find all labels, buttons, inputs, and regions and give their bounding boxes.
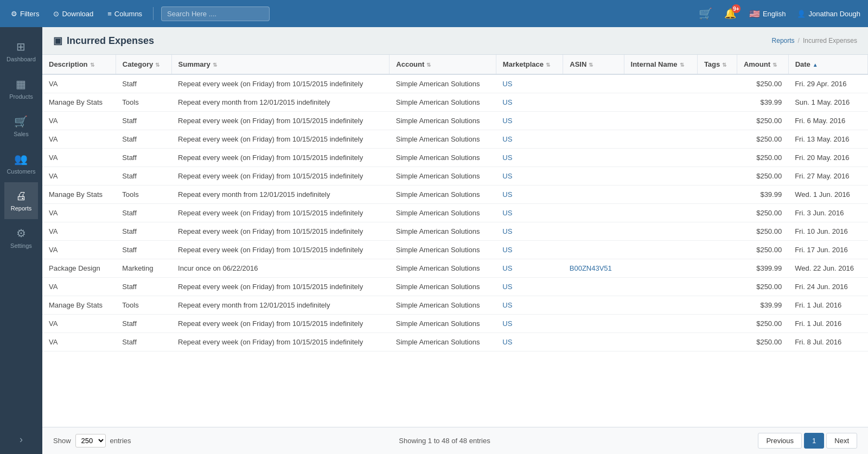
entries-select[interactable]: 102550100250 xyxy=(75,434,106,447)
cell-asin[interactable] xyxy=(563,278,624,296)
cell-marketplace[interactable]: US xyxy=(496,130,563,149)
table-container[interactable]: Description⇅Category⇅Summary⇅Account⇅Mar… xyxy=(42,55,868,427)
columns-button[interactable]: ≡ Columns xyxy=(104,8,145,20)
cell-asin[interactable] xyxy=(563,241,624,259)
breadcrumb-reports-link[interactable]: Reports xyxy=(772,37,795,44)
search-input[interactable] xyxy=(161,7,270,21)
cell-asin[interactable] xyxy=(563,222,624,241)
filters-button[interactable]: ⚙ Filters xyxy=(8,8,42,20)
sidebar-item-products[interactable]: ▦Products xyxy=(4,70,38,107)
cell-asin[interactable] xyxy=(563,333,624,351)
cell-marketplace[interactable]: US xyxy=(496,186,563,204)
page-title: ▣ Incurred Expenses xyxy=(53,35,154,47)
sidebar-item-customers[interactable]: 👥Customers xyxy=(4,145,38,182)
cell-internal_name xyxy=(624,333,697,351)
cell-marketplace[interactable]: US xyxy=(496,278,563,296)
columns-icon: ≡ xyxy=(107,10,112,18)
table-row: VAStaffRepeat every week (on Friday) fro… xyxy=(42,149,868,167)
user-button[interactable]: 👤 Jonathan Dough xyxy=(797,10,860,18)
cell-tags xyxy=(697,112,737,130)
col-date[interactable]: Date▲ xyxy=(788,55,867,74)
sidebar-item-reports[interactable]: 🖨Reports xyxy=(4,182,38,219)
cell-marketplace[interactable]: US xyxy=(496,259,563,278)
cell-internal_name xyxy=(624,74,697,93)
cell-amount: $39.99 xyxy=(737,93,788,112)
cell-summary: Repeat every week (on Friday) from 10/15… xyxy=(171,74,390,93)
cell-marketplace[interactable]: US xyxy=(496,112,563,130)
cell-asin[interactable] xyxy=(563,130,624,149)
sidebar-item-sales[interactable]: 🛒Sales xyxy=(4,107,38,145)
cell-asin[interactable] xyxy=(563,93,624,112)
filters-icon: ⚙ xyxy=(11,10,17,18)
content-area: ▣ Incurred Expenses Reports / Incurred E… xyxy=(42,27,868,454)
cell-category: Marketing xyxy=(116,259,171,278)
notification-button[interactable]: 🔔 9+ xyxy=(722,5,738,22)
cell-marketplace[interactable]: US xyxy=(496,204,563,222)
col-asin[interactable]: ASIN⇅ xyxy=(563,55,624,74)
cell-asin[interactable] xyxy=(563,74,624,93)
cell-marketplace[interactable]: US xyxy=(496,241,563,259)
language-button[interactable]: 🇺🇸 English xyxy=(746,7,789,21)
cell-asin[interactable] xyxy=(563,296,624,315)
cell-marketplace[interactable]: US xyxy=(496,296,563,315)
col-internal_name[interactable]: Internal Name⇅ xyxy=(624,55,697,74)
cell-asin[interactable] xyxy=(563,112,624,130)
sort-icon-tags: ⇅ xyxy=(722,62,726,68)
cell-amount: $250.00 xyxy=(737,204,788,222)
sort-icon-description: ⇅ xyxy=(90,62,94,68)
cell-asin[interactable] xyxy=(563,149,624,167)
col-label-date: Date xyxy=(795,60,810,68)
cell-description: VA xyxy=(42,222,116,241)
show-label: Show xyxy=(53,437,71,445)
cell-asin[interactable]: B00ZN43V51 xyxy=(563,259,624,278)
col-account[interactable]: Account⇅ xyxy=(390,55,496,74)
cell-marketplace[interactable]: US xyxy=(496,333,563,351)
cell-asin[interactable] xyxy=(563,315,624,333)
sidebar-item-dashboard[interactable]: ⊞Dashboard xyxy=(4,33,38,70)
amazon-icon-button[interactable]: 🛒 xyxy=(697,5,714,22)
col-tags[interactable]: Tags⇅ xyxy=(697,55,737,74)
sort-icon-marketplace: ⇅ xyxy=(546,62,550,68)
cell-description: VA xyxy=(42,278,116,296)
download-label: Download xyxy=(62,10,93,18)
cell-asin[interactable] xyxy=(563,204,624,222)
cell-marketplace[interactable]: US xyxy=(496,315,563,333)
cell-summary: Repeat every month from 12/01/2015 indef… xyxy=(171,93,390,112)
col-category[interactable]: Category⇅ xyxy=(116,55,171,74)
user-icon: 👤 xyxy=(797,10,806,18)
cell-account: Simple American Solutions xyxy=(390,241,496,259)
footer-left: Show 102550100250 entries xyxy=(53,434,131,447)
cell-marketplace[interactable]: US xyxy=(496,93,563,112)
col-label-description: Description xyxy=(49,60,88,68)
dashboard-icon: ⊞ xyxy=(16,40,25,53)
cell-marketplace[interactable]: US xyxy=(496,167,563,186)
col-label-category: Category xyxy=(123,60,153,68)
cell-marketplace[interactable]: US xyxy=(496,222,563,241)
table-row: VAStaffRepeat every week (on Friday) fro… xyxy=(42,112,868,130)
cell-account: Simple American Solutions xyxy=(390,130,496,149)
col-marketplace[interactable]: Marketplace⇅ xyxy=(496,55,563,74)
table-row: VAStaffRepeat every week (on Friday) fro… xyxy=(42,167,868,186)
col-amount[interactable]: Amount⇅ xyxy=(737,55,788,74)
cell-summary: Repeat every month from 12/01/2015 indef… xyxy=(171,186,390,204)
next-button[interactable]: Next xyxy=(826,433,857,449)
products-icon: ▦ xyxy=(16,78,26,91)
cell-marketplace[interactable]: US xyxy=(496,149,563,167)
cell-asin[interactable] xyxy=(563,167,624,186)
cell-amount: $250.00 xyxy=(737,130,788,149)
col-label-summary: Summary xyxy=(178,60,210,68)
cell-amount: $250.00 xyxy=(737,333,788,351)
cell-summary: Incur once on 06/22/2016 xyxy=(171,259,390,278)
cell-date: Fri. 20 May. 2016 xyxy=(788,149,867,167)
sidebar-item-settings[interactable]: ⚙Settings xyxy=(4,219,38,257)
cell-marketplace[interactable]: US xyxy=(496,74,563,93)
previous-button[interactable]: Previous xyxy=(758,433,802,449)
col-summary[interactable]: Summary⇅ xyxy=(171,55,390,74)
table-row: Manage By StatsToolsRepeat every month f… xyxy=(42,296,868,315)
cell-tags xyxy=(697,315,737,333)
page-1-button[interactable]: 1 xyxy=(804,433,824,449)
download-button[interactable]: ⊙ Download xyxy=(50,8,97,20)
cell-asin[interactable] xyxy=(563,186,624,204)
sidebar-expand-button[interactable]: › xyxy=(20,434,23,445)
col-description[interactable]: Description⇅ xyxy=(42,55,116,74)
